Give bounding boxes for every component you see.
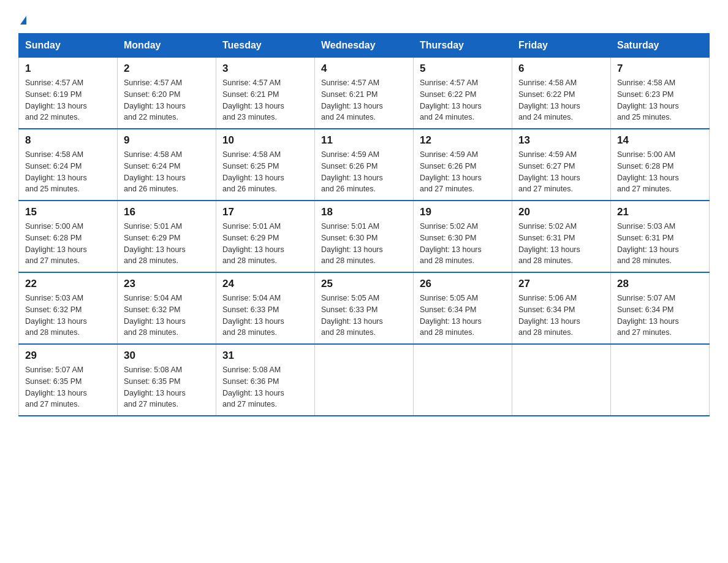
day-cell: 12 Sunrise: 4:59 AM Sunset: 6:26 PM Dayl… [414,129,512,201]
weekday-header-sunday: Sunday [19,34,118,58]
day-cell: 10 Sunrise: 4:58 AM Sunset: 6:25 PM Dayl… [216,129,315,201]
day-cell: 14 Sunrise: 5:00 AM Sunset: 6:28 PM Dayl… [611,129,710,201]
day-info: Sunrise: 5:01 AM Sunset: 6:30 PM Dayligh… [321,221,407,267]
day-number: 16 [124,206,210,218]
day-number: 5 [420,63,506,75]
day-cell: 26 Sunrise: 5:05 AM Sunset: 6:34 PM Dayl… [414,272,512,344]
day-cell: 1 Sunrise: 4:57 AM Sunset: 6:19 PM Dayli… [19,58,118,129]
day-cell: 8 Sunrise: 4:58 AM Sunset: 6:24 PM Dayli… [19,129,118,201]
day-cell: 21 Sunrise: 5:03 AM Sunset: 6:31 PM Dayl… [611,201,710,272]
day-number: 26 [420,278,506,290]
day-info: Sunrise: 5:00 AM Sunset: 6:28 PM Dayligh… [617,149,703,195]
day-number: 30 [124,350,210,362]
week-row-3: 15 Sunrise: 5:00 AM Sunset: 6:28 PM Dayl… [19,201,710,272]
day-number: 17 [222,206,308,218]
day-info: Sunrise: 4:59 AM Sunset: 6:27 PM Dayligh… [518,149,604,195]
day-cell [512,344,611,416]
day-info: Sunrise: 4:58 AM Sunset: 6:22 PM Dayligh… [518,77,604,123]
day-cell: 24 Sunrise: 5:04 AM Sunset: 6:33 PM Dayl… [216,272,315,344]
day-number: 4 [321,63,407,75]
day-cell: 7 Sunrise: 4:58 AM Sunset: 6:23 PM Dayli… [611,58,710,129]
day-number: 23 [124,278,210,290]
day-number: 29 [25,350,111,362]
weekday-header-monday: Monday [118,34,216,58]
day-info: Sunrise: 4:57 AM Sunset: 6:21 PM Dayligh… [321,77,407,123]
week-row-5: 29 Sunrise: 5:07 AM Sunset: 6:35 PM Dayl… [19,344,710,416]
day-cell: 20 Sunrise: 5:02 AM Sunset: 6:31 PM Dayl… [512,201,611,272]
day-cell: 15 Sunrise: 5:00 AM Sunset: 6:28 PM Dayl… [19,201,118,272]
day-info: Sunrise: 5:08 AM Sunset: 6:36 PM Dayligh… [222,364,308,410]
day-info: Sunrise: 5:03 AM Sunset: 6:32 PM Dayligh… [25,293,111,339]
day-cell: 17 Sunrise: 5:01 AM Sunset: 6:29 PM Dayl… [216,201,315,272]
day-cell: 9 Sunrise: 4:58 AM Sunset: 6:24 PM Dayli… [118,129,216,201]
week-row-2: 8 Sunrise: 4:58 AM Sunset: 6:24 PM Dayli… [19,129,710,201]
day-cell: 3 Sunrise: 4:57 AM Sunset: 6:21 PM Dayli… [216,58,315,129]
day-cell: 18 Sunrise: 5:01 AM Sunset: 6:30 PM Dayl… [315,201,414,272]
day-info: Sunrise: 5:05 AM Sunset: 6:34 PM Dayligh… [420,293,506,339]
day-info: Sunrise: 4:59 AM Sunset: 6:26 PM Dayligh… [420,149,506,195]
day-number: 31 [222,350,308,362]
day-info: Sunrise: 4:57 AM Sunset: 6:19 PM Dayligh… [25,77,111,123]
day-number: 15 [25,206,111,218]
day-cell: 27 Sunrise: 5:06 AM Sunset: 6:34 PM Dayl… [512,272,611,344]
day-info: Sunrise: 5:00 AM Sunset: 6:28 PM Dayligh… [25,221,111,267]
day-cell: 23 Sunrise: 5:04 AM Sunset: 6:32 PM Dayl… [118,272,216,344]
logo-triangle-icon [20,16,26,25]
day-info: Sunrise: 4:58 AM Sunset: 6:25 PM Dayligh… [222,149,308,195]
day-number: 27 [518,278,604,290]
day-cell: 2 Sunrise: 4:57 AM Sunset: 6:20 PM Dayli… [118,58,216,129]
day-cell: 29 Sunrise: 5:07 AM Sunset: 6:35 PM Dayl… [19,344,118,416]
day-info: Sunrise: 5:05 AM Sunset: 6:33 PM Dayligh… [321,293,407,339]
day-info: Sunrise: 4:58 AM Sunset: 6:24 PM Dayligh… [25,149,111,195]
day-info: Sunrise: 4:58 AM Sunset: 6:23 PM Dayligh… [617,77,703,123]
weekday-header-saturday: Saturday [611,34,710,58]
day-number: 14 [617,134,703,147]
day-number: 6 [518,63,604,75]
day-cell [315,344,414,416]
day-info: Sunrise: 5:04 AM Sunset: 6:33 PM Dayligh… [222,293,308,339]
day-number: 8 [25,134,111,147]
day-cell: 22 Sunrise: 5:03 AM Sunset: 6:32 PM Dayl… [19,272,118,344]
day-info: Sunrise: 5:01 AM Sunset: 6:29 PM Dayligh… [222,221,308,267]
day-number: 7 [617,63,703,75]
day-info: Sunrise: 5:07 AM Sunset: 6:35 PM Dayligh… [25,364,111,410]
day-cell: 4 Sunrise: 4:57 AM Sunset: 6:21 PM Dayli… [315,58,414,129]
day-info: Sunrise: 4:57 AM Sunset: 6:21 PM Dayligh… [222,77,308,123]
day-info: Sunrise: 5:07 AM Sunset: 6:34 PM Dayligh… [617,293,703,339]
week-row-1: 1 Sunrise: 4:57 AM Sunset: 6:19 PM Dayli… [19,58,710,129]
day-number: 10 [222,134,308,147]
week-row-4: 22 Sunrise: 5:03 AM Sunset: 6:32 PM Dayl… [19,272,710,344]
day-number: 1 [25,63,111,75]
day-info: Sunrise: 5:02 AM Sunset: 6:31 PM Dayligh… [518,221,604,267]
weekday-header-friday: Friday [512,34,611,58]
calendar-table: SundayMondayTuesdayWednesdayThursdayFrid… [18,33,710,416]
day-cell: 30 Sunrise: 5:08 AM Sunset: 6:35 PM Dayl… [118,344,216,416]
logo [18,12,26,27]
day-cell: 25 Sunrise: 5:05 AM Sunset: 6:33 PM Dayl… [315,272,414,344]
day-info: Sunrise: 4:59 AM Sunset: 6:26 PM Dayligh… [321,149,407,195]
day-number: 2 [124,63,210,75]
day-number: 3 [222,63,308,75]
day-number: 28 [617,278,703,290]
weekday-header-row: SundayMondayTuesdayWednesdayThursdayFrid… [19,34,710,58]
day-cell: 11 Sunrise: 4:59 AM Sunset: 6:26 PM Dayl… [315,129,414,201]
day-cell: 16 Sunrise: 5:01 AM Sunset: 6:29 PM Dayl… [118,201,216,272]
day-cell: 28 Sunrise: 5:07 AM Sunset: 6:34 PM Dayl… [611,272,710,344]
day-info: Sunrise: 5:04 AM Sunset: 6:32 PM Dayligh… [124,293,210,339]
weekday-header-wednesday: Wednesday [315,34,414,58]
day-number: 22 [25,278,111,290]
weekday-header-thursday: Thursday [414,34,512,58]
day-cell [414,344,512,416]
day-number: 19 [420,206,506,218]
day-number: 18 [321,206,407,218]
day-number: 12 [420,134,506,147]
day-number: 25 [321,278,407,290]
day-number: 11 [321,134,407,147]
day-info: Sunrise: 5:08 AM Sunset: 6:35 PM Dayligh… [124,364,210,410]
page-header [18,12,710,27]
day-info: Sunrise: 5:01 AM Sunset: 6:29 PM Dayligh… [124,221,210,267]
day-info: Sunrise: 4:58 AM Sunset: 6:24 PM Dayligh… [124,149,210,195]
day-info: Sunrise: 5:02 AM Sunset: 6:30 PM Dayligh… [420,221,506,267]
day-info: Sunrise: 5:03 AM Sunset: 6:31 PM Dayligh… [617,221,703,267]
day-info: Sunrise: 4:57 AM Sunset: 6:20 PM Dayligh… [124,77,210,123]
